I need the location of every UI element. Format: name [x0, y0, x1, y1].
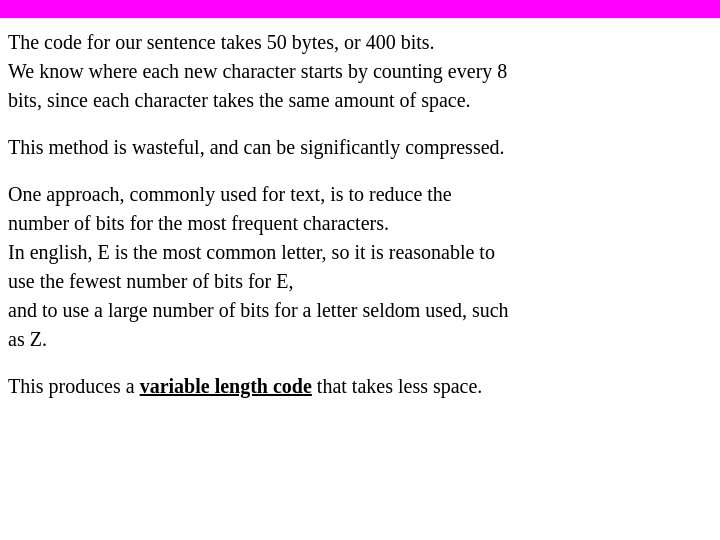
main-content: The code for our sentence takes 50 bytes… — [0, 18, 720, 411]
paragraph-2-text: This method is wasteful, and can be sign… — [8, 136, 505, 158]
paragraph-3-line2: number of bits for the most frequent cha… — [8, 212, 389, 234]
paragraph-2: This method is wasteful, and can be sign… — [8, 133, 712, 162]
paragraph-1-line1: The code for our sentence takes 50 bytes… — [8, 31, 435, 53]
header-bar — [0, 0, 720, 18]
paragraph-3-line5: and to use a large number of bits for a … — [8, 299, 509, 321]
paragraph-1: The code for our sentence takes 50 bytes… — [8, 28, 712, 115]
paragraph-3-line4: use the fewest number of bits for E, — [8, 270, 293, 292]
paragraph-1-line3: bits, since each character takes the sam… — [8, 89, 471, 111]
paragraph-4-after: that takes less space. — [312, 375, 483, 397]
paragraph-4-before: This produces a — [8, 375, 140, 397]
paragraph-1-line2: We know where each new character starts … — [8, 60, 507, 82]
paragraph-3: One approach, commonly used for text, is… — [8, 180, 712, 354]
paragraph-3-line3: In english, E is the most common letter,… — [8, 241, 495, 263]
paragraph-4: This produces a variable length code tha… — [8, 372, 712, 401]
paragraph-3-line6: as Z. — [8, 328, 47, 350]
variable-length-code-link: variable length code — [140, 375, 312, 397]
paragraph-3-line1: One approach, commonly used for text, is… — [8, 183, 452, 205]
